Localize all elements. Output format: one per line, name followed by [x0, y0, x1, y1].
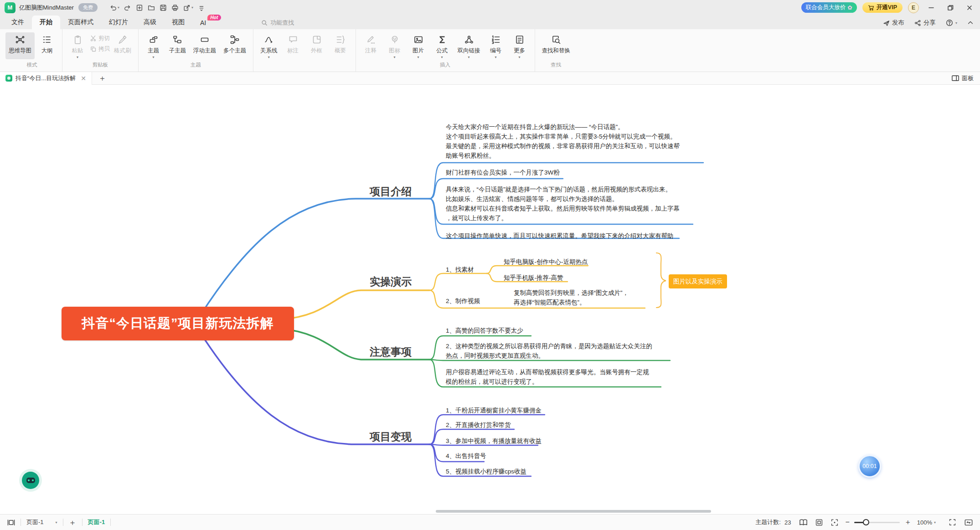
branch-label-intro[interactable]: 项目介绍	[370, 185, 412, 199]
topic-node[interactable]: 1、千粉后开通橱窗挂小黄车赚佣金	[446, 406, 542, 415]
topic-node[interactable]: 4、出售抖音号	[446, 451, 486, 461]
summary-callout[interactable]: 图片以及实操演示	[669, 274, 727, 288]
fullscreen-icon[interactable]	[949, 519, 956, 526]
multiple-topics-button[interactable]: 多个主题	[220, 32, 249, 59]
new-tab-button[interactable]: ＋	[98, 73, 106, 83]
open-file-button[interactable]	[148, 4, 155, 11]
copy-button[interactable]: 拷贝	[90, 45, 110, 53]
topic-node[interactable]: 用户很容易通过评论互动，从而帮助视频获得更多曝光。当账号拥有一定规 模的粉丝后，…	[446, 367, 649, 386]
topic-node[interactable]: 具体来说，“今日话题”就是选择一个当下热门的话题，然后用视频的形式表现出来。 比…	[446, 185, 680, 223]
menu-tab-advanced[interactable]: 高级	[136, 15, 164, 29]
undo-button[interactable]: ▾	[109, 4, 119, 11]
paste-button[interactable]: 粘贴 ▾	[66, 32, 89, 59]
collapse-ribbon-button[interactable]	[967, 20, 974, 26]
topic-node[interactable]: 2、这种类型的视频之所以容易获得用户的青睐，是因为选题贴近大众关注的 热点，同时…	[446, 341, 652, 360]
topic-node[interactable]: 2、开直播收打赏和带货	[446, 420, 511, 430]
topic-node[interactable]: 今天给大家介绍一个近期在抖音上火爆的新玩法—— “今日话题”。 这个项目听起来很…	[446, 122, 680, 160]
topic-node[interactable]: 知乎手机版-推荐-高赞	[504, 273, 563, 283]
topic-node[interactable]: 1、找素材	[446, 265, 474, 274]
recording-timer[interactable]: 00:01	[858, 455, 881, 478]
ai-assistant-button[interactable]	[22, 472, 39, 489]
topic-node[interactable]: 5、视频挂载小程序赚cps收益	[446, 467, 526, 476]
branch-label-demo[interactable]: 实操演示	[370, 275, 412, 289]
zoom-slider-knob[interactable]	[863, 519, 869, 525]
reading-view-icon[interactable]	[799, 519, 808, 526]
menu-tab-ai[interactable]: AI Hot	[192, 16, 214, 29]
redo-button[interactable]	[124, 4, 131, 11]
menu-tab-home[interactable]: 开始	[32, 15, 60, 29]
cut-button[interactable]: 剪切	[90, 35, 110, 42]
menu-tab-view[interactable]: 视图	[164, 15, 192, 29]
topic-node[interactable]: 1、高赞的回答字数不要太少	[446, 326, 523, 335]
close-button[interactable]	[963, 2, 976, 14]
topic-button[interactable]: 主题 ▾	[142, 32, 165, 59]
help-button[interactable]: ▾	[946, 19, 957, 26]
publish-button[interactable]: 发布	[883, 19, 904, 27]
summary-button[interactable]: 概要	[329, 32, 352, 59]
share-button[interactable]: 分享	[914, 19, 936, 27]
horizontal-scrollbar[interactable]	[436, 510, 711, 513]
add-page-button[interactable]: ＋	[69, 517, 77, 528]
numbering-button[interactable]: 编号 ▾	[485, 32, 507, 59]
split-view-icon[interactable]	[965, 519, 973, 526]
customize-toolbar-button[interactable]	[198, 4, 205, 11]
menu-tab-slides[interactable]: 幻灯片	[101, 15, 136, 29]
undo-history-caret[interactable]: ▾	[118, 5, 119, 10]
zoom-level-caret[interactable]: ▾	[934, 520, 936, 525]
export-button[interactable]: ▾	[183, 4, 193, 11]
page-selector[interactable]: 页面-1 ▾	[26, 518, 57, 526]
mindmap-mode-button[interactable]: 思维导图	[5, 32, 35, 59]
branch-label-monetize[interactable]: 项目变现	[370, 430, 412, 444]
subtopic-button[interactable]: 子主题	[166, 32, 190, 59]
topic-node[interactable]: 3、参加中视频，有播放量就有收益	[446, 436, 542, 446]
customize-toolbar-icon	[198, 4, 205, 11]
topic-node[interactable]: 复制高赞回答到剪映里，选择“图文成片”， 再选择“智能匹配表情包”。	[514, 288, 629, 307]
member-promo-badge[interactable]: 联合会员大放价 ✿	[801, 2, 857, 13]
relationship-line-button[interactable]: 关系线 ▾	[257, 32, 281, 59]
page-view-icon[interactable]	[7, 519, 15, 526]
more-insert-button[interactable]: 更多 ▾	[508, 32, 531, 59]
export-caret[interactable]: ▾	[191, 5, 193, 10]
vip-button[interactable]: 开通VIP	[862, 2, 903, 13]
minimize-button[interactable]	[924, 2, 938, 14]
document-tab[interactable]: 抖音“今日...目玩法拆解 ✕	[0, 72, 92, 85]
comment-button[interactable]: 注释	[360, 32, 382, 59]
fit-window-icon[interactable]	[815, 519, 823, 526]
new-file-button[interactable]	[136, 4, 143, 11]
menu-tab-file[interactable]: 文件	[4, 15, 32, 29]
document-tab-close-icon[interactable]: ✕	[81, 75, 86, 82]
boundary-button[interactable]: 外框	[305, 32, 328, 59]
feature-search[interactable]: 功能查找	[261, 19, 294, 27]
zoom-in-button[interactable]: ＋	[904, 518, 912, 527]
floating-topic-button[interactable]: 浮动主题	[190, 32, 219, 59]
picture-button[interactable]: 图片 ▾	[407, 32, 430, 59]
topic-node[interactable]: 财门社群有位会员实操，一个月涨了3W粉	[446, 168, 560, 177]
find-replace-button[interactable]: 查找和替换	[539, 32, 574, 59]
save-button[interactable]	[160, 4, 167, 11]
restore-button[interactable]	[944, 2, 957, 14]
marker-icon-button[interactable]: 图标 ▾	[383, 32, 406, 59]
print-button[interactable]	[171, 4, 179, 11]
subtopic-label: 子主题	[169, 47, 186, 55]
user-avatar[interactable]: E	[908, 2, 919, 13]
zoom-slider[interactable]	[854, 522, 900, 523]
callout-button[interactable]: 标注	[282, 32, 304, 59]
topic-node[interactable]: 这个项目操作简单快速，而且可以快速积累流量。希望我接下来的介绍对大家有帮助	[446, 231, 674, 241]
menu-tab-page-style[interactable]: 页面样式	[60, 15, 101, 29]
outline-mode-button[interactable]: 大纲	[36, 32, 58, 59]
zoom-out-button[interactable]: −	[845, 518, 849, 526]
fit-screen-icon[interactable]	[830, 519, 839, 526]
page-tab-active[interactable]: 页面-1	[88, 518, 105, 526]
topic-node[interactable]: 知乎电脑版-创作中心-近期热点	[504, 257, 588, 267]
mindmap-canvas[interactable]: 抖音“今日话题”项目新玩法拆解 项目介绍 实操演示 注意事项 项目变现 今天给大…	[0, 85, 980, 514]
branch-label-notes[interactable]: 注意事项	[370, 345, 412, 359]
help-caret[interactable]: ▾	[955, 21, 957, 25]
central-topic[interactable]: 抖音“今日话题”项目新玩法拆解	[62, 307, 294, 340]
page-selector-caret[interactable]: ▾	[56, 520, 57, 525]
two-way-link-button[interactable]: 双向链接 ▾	[454, 32, 484, 59]
zoom-level[interactable]: 100%	[917, 519, 932, 526]
formula-button[interactable]: 公式 ▾	[431, 32, 454, 59]
panel-toggle[interactable]: 面板	[952, 74, 974, 82]
topic-node[interactable]: 2、制作视频	[446, 296, 480, 306]
format-painter-button[interactable]: 格式刷	[111, 32, 134, 59]
